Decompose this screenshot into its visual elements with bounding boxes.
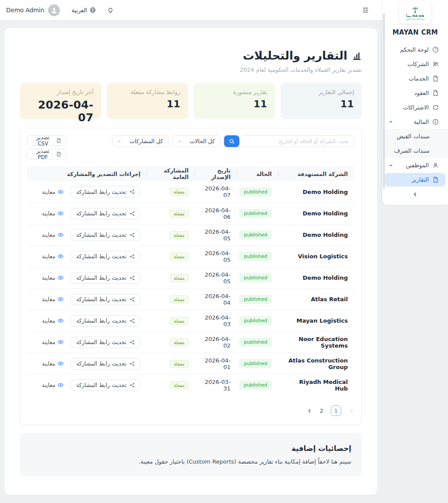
- company-cell: Demo Holding: [278, 267, 354, 288]
- export-pdf-button[interactable]: تصدير PDF: [27, 149, 66, 159]
- pagination-page-2[interactable]: 2: [320, 408, 323, 414]
- share-update-button[interactable]: تحديث رابط المشاركة: [70, 337, 140, 348]
- dollar-icon: $: [432, 119, 439, 125]
- page-subtitle: تصدير تقارير العملاء والخدمات الحكومية ل…: [20, 67, 362, 73]
- file-icon: [432, 75, 439, 82]
- preview-link[interactable]: معاينة: [42, 253, 64, 260]
- status-badge: published: [239, 187, 272, 197]
- preview-link[interactable]: معاينة: [42, 339, 64, 345]
- share-icon: [130, 383, 135, 388]
- bar-chart-icon: [352, 51, 362, 61]
- sidebar-item-nav[interactable]: سندات الصرف: [382, 144, 448, 158]
- actions-cell: تحديث رابط المشاركة معاينة: [34, 358, 140, 369]
- date-cell: 2026-03-31: [195, 374, 237, 396]
- pagination-prev[interactable]: [307, 408, 312, 414]
- company-cell: Demo Holding: [278, 181, 354, 203]
- preview-link[interactable]: معاينة: [42, 232, 64, 238]
- export-csv-button[interactable]: تصدير CSV: [27, 135, 66, 146]
- gauge-icon: [432, 46, 439, 53]
- search-input[interactable]: [239, 135, 354, 147]
- date-cell: 2026-04-01: [195, 353, 237, 374]
- scrollbar[interactable]: [383, 13, 385, 188]
- share-update-button[interactable]: تحديث رابط المشاركة: [70, 229, 140, 241]
- search-button[interactable]: [224, 135, 239, 147]
- preview-link[interactable]: معاينة: [42, 210, 64, 217]
- company-cell: Riyadh Medical Hub: [278, 374, 354, 396]
- sidebar-toggle-icon[interactable]: [362, 7, 369, 13]
- share-icon: [130, 361, 135, 366]
- share-update-button[interactable]: تحديث رابط المشاركة: [70, 294, 140, 305]
- sharing-filter-value: كل المشاركات: [130, 138, 163, 144]
- share-icon: [130, 297, 135, 302]
- date-cell: 2026-04-07: [195, 181, 237, 203]
- main-content: التقارير والتحليلات تصدير تقارير العملاء…: [0, 21, 382, 503]
- sidebar-item-nav[interactable]: $ المالية: [382, 115, 448, 129]
- preview-link[interactable]: معاينة: [42, 274, 64, 281]
- share-update-button[interactable]: تحديث رابط المشاركة: [70, 358, 140, 369]
- preview-link[interactable]: معاينة: [42, 382, 64, 388]
- sidebar-item-nav[interactable]: لوحة التحكم: [382, 42, 448, 57]
- header-date: تاريخ الإصدار: [195, 166, 237, 181]
- stat-card: تقارير منشورة 11: [193, 83, 275, 119]
- topbar: Demo Admin العربية: [0, 0, 382, 21]
- extra-stats-text: سيتم هنا لاحقاً إضافة إمكانية بناء تقاري…: [30, 458, 351, 465]
- table-row: Atlas Retail published 2026-04-04 مفعلة …: [27, 288, 354, 310]
- eye-icon: [57, 232, 64, 238]
- eye-icon: [57, 317, 64, 324]
- date-cell: 2026-04-05: [195, 246, 237, 267]
- sidebar-item-nav[interactable]: سندات القبض: [382, 129, 448, 144]
- stats-row: إجمالي التقارير 11 تقارير منشورة 11 رواب…: [20, 83, 362, 119]
- share-update-button[interactable]: تحديث رابط المشاركة: [70, 315, 140, 327]
- chevron-down-icon: [117, 139, 122, 144]
- share-icon: [130, 318, 135, 324]
- status-badge: published: [239, 380, 272, 390]
- stat-value: 2026-04-07: [28, 98, 94, 124]
- logo: MA'AN معاً CRM SOLUTIONS: [399, 2, 431, 24]
- users-icon: [432, 61, 439, 67]
- table-row: Atlas Construction Group published 2026-…: [27, 353, 354, 374]
- header-status: الحالة: [237, 166, 278, 181]
- export-pdf-label: تصدير PDF: [32, 148, 53, 160]
- sidebar-item-reports-active[interactable]: التقارير: [385, 173, 445, 186]
- eye-icon: [57, 296, 64, 303]
- sidebar-item-nav[interactable]: العقود: [382, 86, 448, 100]
- header-sharing: المشاركة العامة: [147, 166, 195, 181]
- lightbulb-icon[interactable]: [107, 7, 114, 14]
- palm-tree-logo-icon: [410, 6, 420, 14]
- preview-link[interactable]: معاينة: [42, 317, 64, 324]
- preview-link[interactable]: معاينة: [42, 296, 64, 303]
- app-name: MAYAN CRM: [382, 28, 448, 36]
- sharing-filter-select[interactable]: كل المشاركات: [112, 135, 168, 147]
- sharing-badge: مفعلة: [170, 317, 189, 325]
- company-cell: Vision Logistics: [278, 246, 354, 267]
- share-update-button[interactable]: تحديث رابط المشاركة: [70, 251, 140, 262]
- language-switcher[interactable]: العربية: [71, 7, 96, 14]
- globe-icon: [90, 7, 96, 13]
- share-update-button[interactable]: تحديث رابط المشاركة: [70, 380, 140, 391]
- status-filter-select[interactable]: كل الحالات: [172, 135, 220, 147]
- sidebar-item-nav[interactable]: الموظفين: [382, 158, 448, 172]
- eye-icon: [57, 189, 64, 195]
- sidebar-item-nav[interactable]: الخدمات: [382, 71, 448, 86]
- preview-link[interactable]: معاينة: [42, 189, 64, 195]
- actions-cell: تحديث رابط المشاركة معاينة: [34, 272, 140, 284]
- pagination-page-1[interactable]: 1: [331, 405, 341, 416]
- share-update-button[interactable]: تحديث رابط المشاركة: [70, 272, 140, 284]
- chevron-down-icon: [388, 163, 393, 168]
- user-avatar[interactable]: [48, 4, 60, 16]
- share-icon: [130, 211, 135, 216]
- sidebar-item-nav[interactable]: الاشتراكات: [382, 100, 448, 115]
- extra-stats-card: إحصائيات إضافية سيتم هنا لاحقاً إضافة إم…: [20, 433, 362, 476]
- eye-icon: [57, 360, 64, 367]
- sidebar-item-nav[interactable]: الشركات: [382, 57, 448, 71]
- preview-link[interactable]: معاينة: [42, 360, 64, 367]
- chevron-down-icon: [177, 139, 182, 144]
- share-icon: [130, 340, 135, 345]
- share-update-button[interactable]: تحديث رابط المشاركة: [70, 208, 140, 219]
- date-cell: 2026-04-06: [195, 203, 237, 224]
- export-buttons: تصدير CSV تصدير PDF: [27, 135, 66, 159]
- table-row: Vision Logistics published 2026-04-05 مف…: [27, 246, 354, 267]
- share-update-button[interactable]: تحديث رابط المشاركة: [70, 186, 140, 197]
- sidebar-collapse-button[interactable]: [382, 188, 448, 201]
- svg-text:$: $: [434, 120, 437, 124]
